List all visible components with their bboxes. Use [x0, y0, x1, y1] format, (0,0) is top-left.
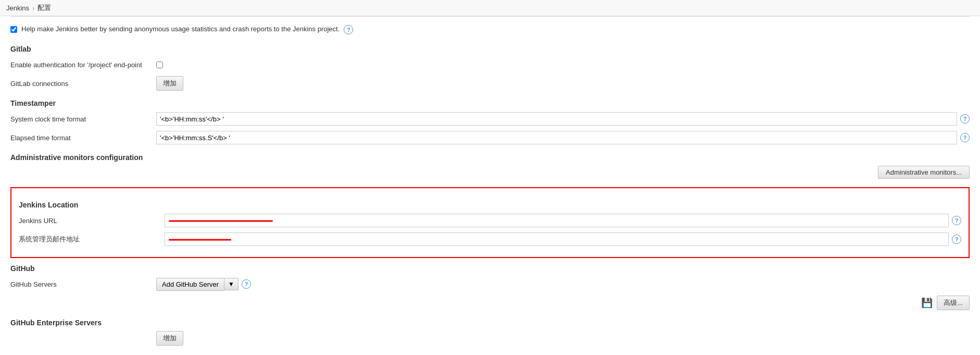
admin-email-value-wrap: ?	[165, 232, 961, 246]
admin-email-row: 系统管理员邮件地址 ?	[19, 232, 961, 247]
admin-monitors-btn-wrap: Administrative monitors...	[10, 166, 970, 179]
admin-email-label: 系统管理员邮件地址	[19, 235, 165, 244]
breadcrumb: Jenkins › 配置	[0, 0, 980, 16]
gitlab-section: Gitlab Enable authentication for '/proje…	[10, 45, 970, 91]
anonymous-usage-checkbox[interactable]	[10, 26, 17, 33]
elapsed-format-label: Elapsed time format	[10, 134, 156, 142]
gitlab-auth-label: Enable authentication for '/project' end…	[10, 61, 156, 69]
gitlab-section-title: Gitlab	[10, 45, 970, 53]
breadcrumb-jenkins[interactable]: Jenkins	[6, 4, 29, 12]
breadcrumb-separator: ›	[32, 4, 34, 12]
jenkins-url-input-wrap	[165, 214, 949, 227]
elapsed-format-row: Elapsed time format ?	[10, 130, 970, 145]
github-advanced-row: 💾 高级...	[10, 296, 970, 310]
add-github-server-button[interactable]: Add GitHub Server	[156, 278, 224, 291]
add-github-server-arrow[interactable]: ▼	[224, 278, 238, 290]
jenkins-url-label: Jenkins URL	[19, 217, 165, 225]
elapsed-format-help-icon[interactable]: ?	[960, 133, 970, 142]
github-servers-row: GitHub Servers Add GitHub Server ▼ ?	[10, 277, 970, 291]
jenkins-location-box: Jenkins Location Jenkins URL ? 系统管理员邮件地址	[10, 187, 970, 258]
timestamper-section: Timestamper System clock time format ? E…	[10, 99, 970, 145]
github-enterprise-add-row: 增加	[10, 331, 970, 346]
github-enterprise-title: GitHub Enterprise Servers	[10, 319, 970, 327]
github-enterprise-add-button[interactable]: 增加	[156, 331, 183, 346]
anonymous-usage-help-icon[interactable]: ?	[344, 25, 353, 34]
gitlab-add-button[interactable]: 增加	[156, 76, 183, 91]
github-enterprise-section: GitHub Enterprise Servers 增加	[10, 319, 970, 346]
clock-format-row: System clock time format ?	[10, 112, 970, 126]
page-wrapper: Jenkins › 配置 Help make Jenkins better by…	[0, 0, 980, 355]
github-section: GitHub GitHub Servers Add GitHub Server …	[10, 264, 970, 310]
github-section-title: GitHub	[10, 264, 970, 273]
anonymous-usage-label: Help make Jenkins better by sending anon…	[21, 25, 340, 33]
elapsed-format-value-wrap: ?	[156, 131, 970, 144]
jenkins-url-row: Jenkins URL ?	[19, 213, 961, 228]
github-advanced-button[interactable]: 高级...	[937, 296, 970, 310]
clock-format-help-icon[interactable]: ?	[960, 114, 970, 124]
admin-email-help-icon[interactable]: ?	[952, 235, 961, 244]
clock-format-label: System clock time format	[10, 115, 156, 123]
jenkins-url-input[interactable]	[165, 214, 949, 227]
timestamper-section-title: Timestamper	[10, 99, 970, 107]
clock-format-value-wrap: ?	[156, 112, 970, 126]
admin-monitors-button[interactable]: Administrative monitors...	[878, 166, 970, 179]
elapsed-format-input[interactable]	[156, 131, 957, 144]
github-servers-help-icon[interactable]: ?	[242, 279, 251, 289]
admin-monitors-title: Administrative monitors configuration	[10, 153, 970, 162]
floppy-disk-icon: 💾	[921, 297, 933, 309]
main-content: Help make Jenkins better by sending anon…	[0, 16, 980, 355]
jenkins-url-value-wrap: ?	[165, 214, 961, 227]
github-servers-label: GitHub Servers	[10, 280, 156, 288]
top-divider	[10, 16, 970, 17]
gitlab-auth-checkbox[interactable]	[156, 62, 163, 68]
jenkins-location-title: Jenkins Location	[19, 201, 961, 209]
gitlab-connections-row: GitLab connections 增加	[10, 76, 970, 91]
gitlab-auth-row: Enable authentication for '/project' end…	[10, 57, 970, 72]
admin-monitors-section: Administrative monitors configuration Ad…	[10, 153, 970, 179]
jenkins-url-help-icon[interactable]: ?	[952, 216, 961, 225]
breadcrumb-config: 配置	[37, 3, 51, 13]
anonymous-usage-row: Help make Jenkins better by sending anon…	[10, 21, 970, 39]
github-enterprise-add-value: 增加	[156, 331, 970, 346]
add-github-server-dropdown: Add GitHub Server ▼	[156, 278, 238, 291]
clock-format-input[interactable]	[156, 112, 957, 126]
admin-email-input[interactable]	[165, 232, 949, 246]
github-servers-value: Add GitHub Server ▼ ?	[156, 278, 970, 291]
gitlab-auth-value	[156, 62, 970, 68]
gitlab-connections-label: GitLab connections	[10, 80, 156, 88]
gitlab-connections-value: 增加	[156, 76, 970, 91]
admin-email-input-wrap	[165, 232, 949, 246]
